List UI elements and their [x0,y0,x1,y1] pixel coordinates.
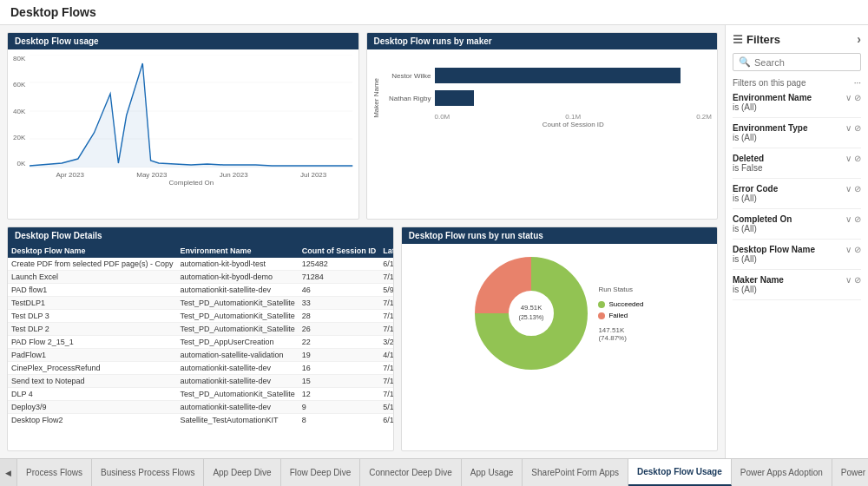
tab-desktop-flow-usage[interactable]: Desktop Flow Usage [628,459,732,486]
bar-row-0: Nestor Wilke [384,68,713,83]
filters-menu-icon[interactable]: ··· [854,78,861,88]
succeeded-dot [598,301,605,308]
by-maker-body: Maker Name Nestor Wilke Nathan Rigby [367,49,718,147]
pie-annotations: Run Status Succeeded Failed 147.51K (74.… [598,286,643,342]
table-cell-8-0: CinePlex_ProcessRefund [8,361,177,374]
bar-chart-content: Nestor Wilke Nathan Rigby 0.0M 0.1M 0.2M [384,68,713,128]
tab-power[interactable]: Power [832,459,868,486]
table-cell-0-0: Create PDF from selected PDF page(s) - C… [8,258,177,271]
table-row: CinePlex_ProcessRefundautomationkit-sate… [8,361,393,374]
table-cell-1-1: automation-kit-byodl-demo [177,270,299,283]
table-cell-3-1: Test_PD_AutomationKit_Satellite [177,296,299,309]
filter-icons-2[interactable]: ∨ ⊘ [845,154,861,163]
bar-label-0: Nestor Wilke [384,72,431,80]
usage-chart-title: Desktop Flow usage [8,33,358,49]
bar-chart: Maker Name Nestor Wilke Nathan Rigby [372,55,713,141]
table-cell-5-3: 7/12/2023 5:21:34 AM [379,322,393,335]
tab-connector-deep-dive[interactable]: Connector Deep Dive [360,459,462,486]
usage-chart-body: 80K 60K 40K 20K 0K [8,49,358,192]
table-cell-11-3: 5/10/2023 5:58:05 AM [379,400,393,413]
table-row: DLP 4Test_PD_AutomationKit_Satellite127/… [8,387,393,400]
table-row: Launch Excelautomation-kit-byodl-demo712… [8,270,393,283]
usage-chart-panel: Desktop Flow usage 80K 60K 40K 20K 0K [7,32,359,220]
search-box[interactable]: 🔍 [733,53,861,71]
filter-icons-6[interactable]: ∨ ⊘ [845,275,861,285]
filter-item-1: Environment Type ∨ ⊘ is (All) [733,123,861,148]
filter-header-0: Environment Name ∨ ⊘ [733,93,861,102]
filter-icons-5[interactable]: ∨ ⊘ [845,245,861,254]
table-cell-9-1: automationkit-satellite-dev [177,374,299,387]
svg-text:(25.13%): (25.13%) [519,313,544,320]
filter-value-6: is (All) [733,285,861,294]
filter-header-3: Error Code ∨ ⊘ [733,184,861,194]
table-cell-11-0: Deploy3/9 [8,400,177,413]
bottom-tabs: ◀ Process Flows Business Process FlowsAp… [0,458,868,486]
table-cell-9-3: 7/13/2023 4:30:51 AM [379,374,393,387]
table-title: Desktop Flow Details [8,227,393,244]
table-scroll[interactable]: Desktop Flow Name Environment Name Count… [8,244,393,426]
table-cell-7-2: 19 [299,348,380,361]
table-row: TestDLP1Test_PD_AutomationKit_Satellite3… [8,296,393,309]
bar-y-label: Maker Name [372,78,380,118]
col-count: Count of Session ID [299,244,380,258]
pie-chart: 49.51K (25.13%) [475,257,588,371]
top-row: Desktop Flow usage 80K 60K 40K 20K 0K [7,32,718,220]
content-area: Desktop Flow usage 80K 60K 40K 20K 0K [0,25,725,458]
filter-header-6: Maker Name ∨ ⊘ [733,275,861,285]
table-cell-1-0: Launch Excel [8,270,177,283]
sidebar-title: Filters [746,33,780,46]
run-status-label: Run Status [598,286,643,293]
sidebar: ☰ Filters › 🔍 Filters on this page ··· E… [725,25,868,458]
filter-items: Environment Name ∨ ⊘ is (All) Environmen… [733,93,861,300]
filter-value-2: is False [733,163,861,173]
tab-process-flows[interactable]: Process Flows [17,459,92,486]
bar-x-axis: 0.0M 0.1M 0.2M [384,113,713,121]
table-cell-0-3: 6/10/2023 4:30:16 AM [379,258,393,271]
table-cell-2-0: PAD flow1 [8,283,177,296]
tab-nav-prev[interactable]: ◀ [0,459,17,486]
tab-app-deep-dive[interactable]: App Deep Dive [204,459,280,486]
table-cell-10-1: Test_PD_AutomationKit_Satellite [177,387,299,400]
bottom-row: Desktop Flow Details Desktop Flow Name E… [7,227,718,451]
legend-succeeded: Succeeded [598,300,643,308]
tab-app-usage[interactable]: App Usage [462,459,523,486]
bar-x-title: Count of Session ID [384,121,713,128]
table-cell-3-0: TestDLP1 [8,296,177,309]
filter-header-4: Completed On ∨ ⊘ [733,214,861,224]
failed-dot [598,312,605,319]
table-row: Test DLP 3Test_PD_AutomationKit_Satellit… [8,309,393,322]
table-cell-11-1: automationkit-satellite-dev [177,400,299,413]
filter-value-5: is (All) [733,254,861,264]
table-cell-4-1: Test_PD_AutomationKit_Satellite [177,309,299,322]
filter-icons-3[interactable]: ∨ ⊘ [845,184,861,194]
table-cell-5-0: Test DLP 2 [8,322,177,335]
table-header: Desktop Flow Name Environment Name Count… [8,244,393,258]
table-cell-2-3: 5/9/2023 12:04:44 PM [379,283,393,296]
search-input[interactable] [754,57,855,68]
filter-icons-0[interactable]: ∨ ⊘ [845,93,861,102]
filter-icons-1[interactable]: ∨ ⊘ [845,123,861,133]
sidebar-close-button[interactable]: › [857,32,861,46]
table-cell-12-0: Desktop Flow2 [8,413,177,426]
table-panel: Desktop Flow Details Desktop Flow Name E… [7,227,394,451]
x-axis-labels: Apr 2023 May 2023 Jun 2023 Jul 2023 [30,171,352,179]
filter-icons-4[interactable]: ∨ ⊘ [845,214,861,224]
table-row: Test DLP 2Test_PD_AutomationKit_Satellit… [8,322,393,335]
filter-item-3: Error Code ∨ ⊘ is (All) [733,184,861,209]
table-cell-12-3: 6/18/2023 10:30:24 AM [379,413,393,426]
table-row: PAD flow1automationkit-satellite-dev465/… [8,283,393,296]
tab-sharepoint-form-apps[interactable]: SharePoint Form Apps [523,459,628,486]
tab-flow-deep-dive[interactable]: Flow Deep Dive [281,459,361,486]
tab-business-process-flows[interactable]: Business Process Flows [92,459,204,486]
svg-marker-5 [30,63,352,167]
table-cell-8-1: automationkit-satellite-dev [177,361,299,374]
bar-label-1: Nathan Rigby [384,95,431,102]
filter-item-2: Deleted ∨ ⊘ is False [733,154,861,179]
legend-failed-label: Failed [608,312,628,319]
tab-power-apps-adoption[interactable]: Power Apps Adoption [732,459,832,486]
pie-pct-2: (74.87%) [598,334,643,342]
data-table: Desktop Flow Name Environment Name Count… [8,244,393,426]
filter-title-3: Error Code [733,184,778,194]
col-name: Desktop Flow Name [8,244,177,258]
table-cell-6-1: Test_PD_AppUserCreation [177,335,299,348]
